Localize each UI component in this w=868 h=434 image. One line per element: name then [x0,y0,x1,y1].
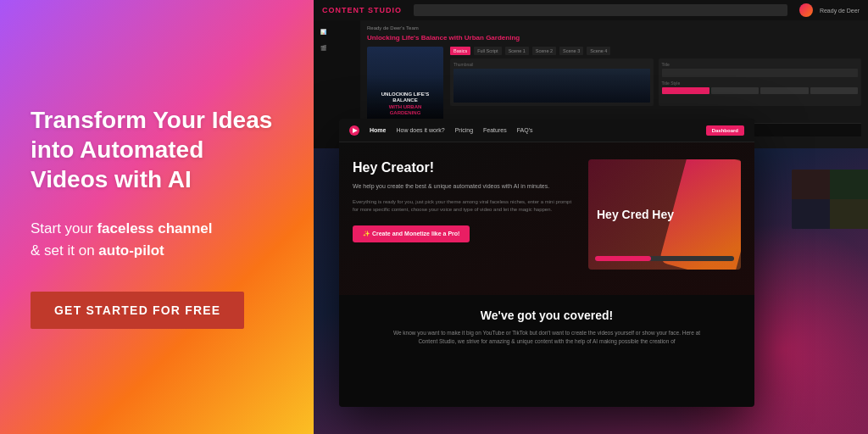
left-panel: Transform Your Ideas into Automated Vide… [0,0,314,434]
cs-style-titleclip[interactable] [711,87,759,94]
thumb-grid [792,170,868,229]
web-nav-pricing[interactable]: Pricing [455,127,473,133]
city-silhouette [453,69,650,103]
cs-logo-accent: STUDIO [368,6,402,14]
cs-style-default[interactable] [662,87,709,94]
thumb-text: UNLOCKING LIFE'SBALANCEWITH URBANGARDENI… [370,92,440,116]
web-logo-icon: ▶ [349,125,359,136]
web-hero-desc: We help you create the best & unique aut… [353,182,575,192]
cs-tab-scene1[interactable]: Scene 1 [505,47,529,55]
cs-tab-basics[interactable]: Basics [450,47,470,55]
cs-panels-row: Thumbnail Title Title Style [450,58,861,106]
cs-tabs-row: Basics Full Script Scene 1 Scene 2 Scene… [450,47,861,55]
web-nav-home[interactable]: Home [370,127,386,133]
web-nav-faq[interactable]: FAQ's [517,127,533,133]
web-nav-howworks[interactable]: How does it work? [396,127,444,133]
cs-right-panels: Basics Full Script Scene 1 Scene 2 Scene… [450,47,861,123]
thumb-cell-4 [830,199,868,229]
cs-tab-scene2[interactable]: Scene 2 [532,47,556,55]
web-cta-button[interactable]: ✨ Create and Monetize like a Pro! [353,225,470,242]
web-hero-text: Hey Creator! We help you create the best… [353,159,575,278]
cs-title-label: Title [662,62,859,67]
bold-faceless: faceless channel [97,220,212,236]
web-bottom: We've got you covered! We know you want … [339,295,754,360]
cs-thumb-preview [453,69,650,103]
cs-style-label: Title Style [662,81,859,86]
web-hero-video: Hey Cred Hey [588,159,741,270]
vid-progress-fill [595,256,651,261]
vid-text: Hey Cred Hey [597,208,674,222]
cs-breadcrumb: Ready de Deer's Team [367,25,861,31]
cs-large-thumbnail: UNLOCKING LIFE'SBALANCEWITH URBANGARDENI… [367,47,443,123]
cs-thumbnail-label: Thumbnail [453,62,650,67]
cs-thumbnail-panel: Thumbnail [450,58,654,106]
headline: Transform Your Ideas into Automated Vide… [31,105,283,194]
cs-logo: CONTENT STUDIO [322,6,402,14]
small-thumbnail [792,170,868,229]
cs-style-nocover[interactable] [760,87,808,94]
cta-button[interactable]: GET STARTED FOR FREE [31,292,244,329]
thumb-cell-1 [792,170,830,199]
sidebar-item-videos[interactable]: 🎬 [314,42,360,54]
cs-style-cinematic[interactable] [810,87,858,94]
web-hero-title: Hey Creator! [353,159,575,175]
subtext: Start your faceless channel & set it on … [31,218,283,261]
web-hero-subdesc: Everything is ready for you, just pick y… [353,198,575,214]
bold-autopilot: auto-pilot [98,242,164,259]
cs-topbar: CONTENT STUDIO Ready de Deer [314,0,868,20]
cs-content-area: UNLOCKING LIFE'SBALANCEWITH URBANGARDENI… [367,47,861,123]
cs-avatar [799,3,813,17]
right-panel: CONTENT STUDIO Ready de Deer 📊 🎬 Ready d… [314,0,868,434]
cs-title-input[interactable] [662,69,859,77]
cs-video-title: Unlocking Life's Balance with Urban Gard… [367,34,861,42]
web-bottom-title: We've got you covered! [353,309,741,322]
thumb-cell-3 [792,199,830,229]
web-hero: Hey Creator! We help you create the best… [339,142,754,295]
cs-user-name: Ready de Deer [820,8,860,14]
web-nav-features[interactable]: Features [483,127,507,133]
cs-logo-text: CONTENT [322,6,368,14]
web-logo-symbol: ▶ [353,127,357,134]
cs-tab-scene3[interactable]: Scene 3 [559,47,583,55]
cs-title-panel: Title Title Style [659,58,862,106]
sidebar-item-dashboard[interactable]: 📊 [314,25,360,38]
cs-tab-fullscript[interactable]: Full Script [474,47,501,55]
thumb-cell-2 [830,170,868,199]
web-dashboard-button[interactable]: Dashboard [706,125,744,136]
website-screenshot: ▶ Home How does it work? Pricing Feature… [339,119,754,407]
cs-tab-scene4[interactable]: Scene 4 [587,47,610,55]
cs-style-options [662,87,859,94]
web-nav: ▶ Home How does it work? Pricing Feature… [339,119,754,142]
web-bottom-desc: We know you want to make it big on YouTu… [386,329,708,347]
vid-progress-bar [595,256,734,261]
cs-search-bar [414,4,787,16]
